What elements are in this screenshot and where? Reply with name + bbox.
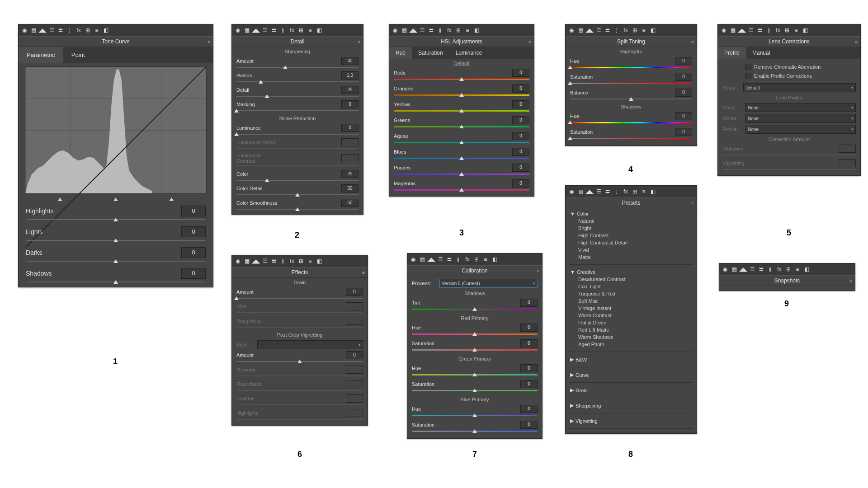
sat-slider[interactable] xyxy=(412,349,538,351)
mirror-icon[interactable]: ◢◣ xyxy=(39,27,46,33)
stack-icon[interactable]: ◧ xyxy=(103,27,109,33)
tab-point[interactable]: Point xyxy=(63,47,93,63)
preset-group[interactable]: ▶Grain xyxy=(570,386,692,394)
preset-group[interactable]: ▶B&W xyxy=(570,356,692,363)
preset-group[interactable]: ▶Sharpening xyxy=(570,402,692,409)
slider-value[interactable]: 0 xyxy=(675,57,692,65)
color-slider[interactable] xyxy=(394,126,529,127)
grid-icon[interactable]: ▦ xyxy=(244,258,250,264)
preset-item[interactable]: Red Lift Matte xyxy=(570,326,692,333)
bars-icon[interactable]: ☰ xyxy=(748,27,754,33)
mirror-icon[interactable]: ◢◣ xyxy=(740,266,746,272)
adjust-icon[interactable]: ⊞ xyxy=(785,266,792,272)
fx-icon[interactable]: fx xyxy=(75,27,82,33)
sliders-icon[interactable]: ⫿ xyxy=(437,27,443,33)
slider-value[interactable]: 0 xyxy=(181,268,206,279)
preset-item[interactable]: Aged Photo xyxy=(570,341,692,348)
aperture-icon[interactable]: ◉ xyxy=(235,27,241,33)
fx-icon[interactable]: fx xyxy=(775,27,781,33)
adjust2-icon[interactable]: ≡ xyxy=(307,258,313,264)
adjust-icon[interactable]: ⊞ xyxy=(632,27,638,33)
preset-item[interactable]: Cool Light xyxy=(570,283,692,290)
fx-icon[interactable]: fx xyxy=(289,258,295,264)
adjust-icon[interactable]: ⊞ xyxy=(298,27,304,33)
adjust2-icon[interactable]: ≡ xyxy=(793,27,799,33)
color-slider[interactable] xyxy=(394,174,529,175)
adjust-icon[interactable]: ⊞ xyxy=(85,27,91,33)
color-slider[interactable] xyxy=(394,79,529,80)
adjust2-icon[interactable]: ≡ xyxy=(307,27,313,33)
sliders-icon[interactable]: ⫿ xyxy=(613,188,620,195)
stack-icon[interactable]: ◧ xyxy=(316,27,322,33)
aperture-icon[interactable]: ◉ xyxy=(568,188,575,195)
process-select[interactable]: Version 5 (Current) xyxy=(439,279,538,288)
hue-slider[interactable] xyxy=(412,374,538,375)
stack-icon[interactable]: ◧ xyxy=(803,266,810,272)
setup-select[interactable]: Default xyxy=(743,83,856,92)
color-value[interactable]: 0 xyxy=(512,100,529,108)
default-link[interactable]: Default xyxy=(389,59,534,68)
preset-item[interactable]: Natural xyxy=(570,217,692,225)
stack-icon[interactable]: ◧ xyxy=(650,188,656,195)
mirror-icon[interactable]: ◢◣ xyxy=(586,27,593,33)
color-slider[interactable] xyxy=(394,94,529,96)
sliders-icon[interactable]: ⫿ xyxy=(767,266,774,272)
menu-icon[interactable]: ≡ xyxy=(208,39,210,44)
adjust2-icon[interactable]: ≡ xyxy=(464,27,471,33)
aperture-icon[interactable]: ◉ xyxy=(392,27,398,33)
bars2-icon[interactable]: 〓 xyxy=(271,27,277,33)
bars-icon[interactable]: ☰ xyxy=(749,266,755,272)
fx-icon[interactable]: fx xyxy=(776,266,783,272)
preset-group[interactable]: ▶Curve xyxy=(570,371,692,379)
color-slider[interactable] xyxy=(394,110,529,112)
bars2-icon[interactable]: 〓 xyxy=(428,27,434,33)
bars2-icon[interactable]: 〓 xyxy=(604,188,611,195)
bars-icon[interactable]: ☰ xyxy=(262,27,268,33)
preset-group[interactable]: ▶Vignetting xyxy=(570,417,692,425)
slider-track[interactable] xyxy=(27,282,205,282)
color-value[interactable]: 0 xyxy=(512,116,529,124)
sliders-icon[interactable]: ⫿ xyxy=(280,27,286,33)
mirror-icon[interactable]: ◢◣ xyxy=(253,27,259,33)
grid-icon[interactable]: ▦ xyxy=(577,27,584,33)
bars2-icon[interactable]: 〓 xyxy=(758,266,764,272)
grid-icon[interactable]: ▦ xyxy=(419,256,425,263)
slider-track[interactable] xyxy=(236,81,359,82)
tab-manual[interactable]: Manual xyxy=(746,47,776,59)
grid-icon[interactable]: ▦ xyxy=(731,266,737,272)
tab-parametric[interactable]: Parametric xyxy=(19,47,63,63)
hue-slider[interactable] xyxy=(412,333,538,335)
menu-icon[interactable]: ≡ xyxy=(691,39,694,44)
slider-value[interactable]: 0 xyxy=(181,247,206,258)
color-value[interactable]: 0 xyxy=(512,132,529,140)
color-slider[interactable] xyxy=(394,142,529,143)
profile-select[interactable]: None xyxy=(745,125,856,134)
bars2-icon[interactable]: 〓 xyxy=(271,258,277,264)
color-value[interactable]: 0 xyxy=(512,164,529,172)
aperture-icon[interactable]: ◉ xyxy=(722,266,728,272)
style-select[interactable] xyxy=(257,340,363,349)
sliders-icon[interactable]: ⫿ xyxy=(280,258,286,264)
preset-item[interactable]: Warm Shadows xyxy=(570,333,692,341)
aperture-icon[interactable]: ◉ xyxy=(235,258,241,264)
menu-icon[interactable]: ≡ xyxy=(691,201,694,206)
grid-icon[interactable]: ▦ xyxy=(30,27,37,33)
aperture-icon[interactable]: ◉ xyxy=(568,27,575,33)
color-value[interactable]: 0 xyxy=(512,148,529,156)
stack-icon[interactable]: ◧ xyxy=(491,256,498,263)
tab-saturation[interactable]: Saturation xyxy=(412,47,449,59)
stack-icon[interactable]: ◧ xyxy=(650,27,656,33)
tint-value[interactable]: 0 xyxy=(520,299,538,307)
bars2-icon[interactable]: 〓 xyxy=(446,256,453,263)
sliders-icon[interactable]: ⫿ xyxy=(613,27,620,33)
bars-icon[interactable]: ☰ xyxy=(595,27,602,33)
mirror-icon[interactable]: ◢◣ xyxy=(253,258,259,264)
grid-icon[interactable]: ▦ xyxy=(244,27,250,33)
bars-icon[interactable]: ☰ xyxy=(48,27,55,33)
preset-item[interactable]: Bright xyxy=(570,225,692,232)
menu-icon[interactable]: ≡ xyxy=(849,278,852,283)
slider-track[interactable] xyxy=(236,298,363,299)
balance-value[interactable]: 0 xyxy=(675,89,692,97)
chromatic-checkbox[interactable]: Remove Chromatic Aberration xyxy=(745,62,851,71)
slider-track[interactable] xyxy=(27,261,205,262)
